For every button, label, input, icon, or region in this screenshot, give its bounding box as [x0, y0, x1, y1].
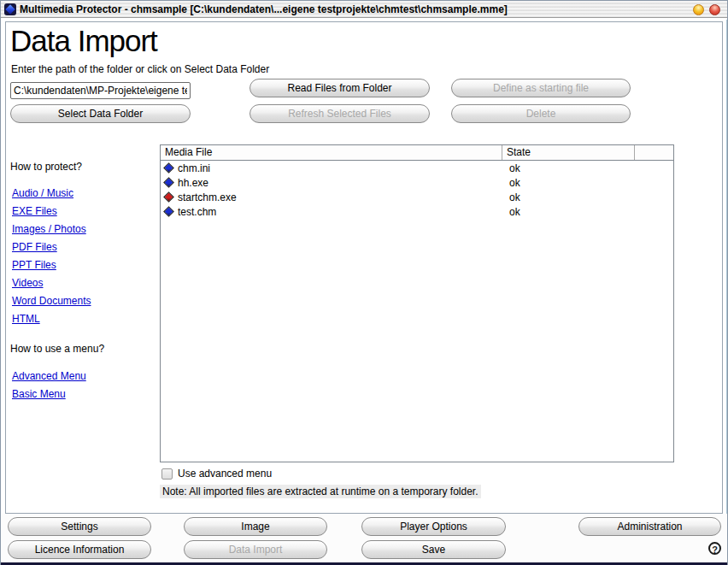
file-name: hh.exe [178, 177, 208, 189]
file-state: ok [502, 191, 635, 203]
define-as-starting-file-button[interactable]: Define as starting file [451, 79, 631, 97]
media-file-table[interactable]: Media File State chm.iniokhh.exeokstartc… [160, 144, 674, 462]
sidebar-link-ppt-files[interactable]: PPT Files [12, 259, 91, 277]
sidebar-link-word-documents[interactable]: Word Documents [12, 295, 91, 313]
sidebar-link-basic-menu[interactable]: Basic Menu [12, 388, 86, 406]
administration-button[interactable]: Administration [578, 517, 721, 536]
sidebar-link-exe-files[interactable]: EXE Files [12, 205, 91, 223]
runtime-note: Note: All imported files are extracted a… [160, 485, 481, 498]
file-name: startchm.exe [178, 191, 237, 203]
table-header: Media File State [161, 145, 673, 161]
column-header-extra[interactable] [635, 145, 673, 160]
file-state: ok [502, 206, 635, 218]
how-to-use-menu-heading: How to use a menu? [10, 343, 104, 355]
page-title: Data Import [10, 24, 157, 58]
sidebar-link-pdf-files[interactable]: PDF Files [12, 241, 91, 259]
read-files-from-folder-button[interactable]: Read Files from Folder [250, 79, 430, 97]
file-state: ok [502, 177, 635, 189]
use-advanced-menu-label: Use advanced menu [178, 468, 272, 480]
column-header-state[interactable]: State [502, 145, 635, 160]
sidebar-link-audio-music[interactable]: Audio / Music [12, 187, 91, 205]
player-options-button[interactable]: Player Options [361, 517, 506, 536]
file-name: test.chm [178, 206, 216, 218]
sidebar-link-html[interactable]: HTML [12, 313, 91, 331]
refresh-selected-files-button[interactable]: Refresh Selected Files [250, 104, 430, 123]
sidebar-link-images-photos[interactable]: Images / Photos [12, 223, 91, 241]
table-body: chm.iniokhh.exeokstartchm.exeoktest.chmo… [161, 161, 673, 219]
blue-gem-icon [163, 177, 174, 188]
select-data-folder-button[interactable]: Select Data Folder [10, 104, 191, 123]
window-right-edge [726, 20, 727, 562]
blue-gem-icon [163, 162, 174, 174]
red-gem-icon [163, 191, 174, 203]
data-import-button[interactable]: Data Import [184, 540, 327, 559]
how-to-protect-heading: How to protect? [10, 161, 82, 173]
blue-gem-icon [163, 206, 174, 217]
use-advanced-menu-row: Use advanced menu [161, 468, 272, 480]
file-name: chm.ini [178, 162, 210, 174]
main-panel: Data Import Enter the path of the folder… [5, 21, 723, 514]
column-header-media-file[interactable]: Media File [161, 145, 502, 160]
help-icon[interactable]: ? [708, 542, 721, 555]
sidebar-link-videos[interactable]: Videos [12, 277, 91, 295]
protect-links-list: Audio / MusicEXE FilesImages / PhotosPDF… [12, 187, 91, 331]
bottom-button-bar: Settings Image Player Options Administra… [1, 514, 728, 562]
table-row[interactable]: chm.iniok [161, 161, 673, 175]
folder-path-input[interactable] [10, 82, 191, 99]
settings-button[interactable]: Settings [8, 517, 151, 536]
window-title: Multimedia Protector - chmsample [C:\kun… [20, 1, 508, 18]
app-gem-icon [4, 3, 16, 15]
table-row[interactable]: test.chmok [161, 204, 673, 219]
sidebar-link-advanced-menu[interactable]: Advanced Menu [12, 370, 86, 388]
delete-button[interactable]: Delete [451, 104, 631, 123]
close-button[interactable] [709, 4, 720, 15]
table-row[interactable]: startchm.exeok [161, 190, 673, 204]
image-button[interactable]: Image [184, 517, 327, 536]
app-window: Multimedia Protector - chmsample [C:\kun… [0, 0, 728, 565]
use-advanced-menu-checkbox[interactable] [161, 468, 173, 480]
table-row[interactable]: hh.exeok [161, 175, 673, 190]
menu-links-list: Advanced MenuBasic Menu [12, 370, 86, 406]
file-state: ok [502, 162, 635, 174]
page-subtitle: Enter the path of the folder or click on… [11, 63, 269, 75]
title-bar: Multimedia Protector - chmsample [C:\kun… [1, 1, 728, 18]
save-button[interactable]: Save [361, 540, 506, 559]
licence-information-button[interactable]: Licence Information [8, 540, 151, 559]
minimize-button[interactable] [693, 4, 704, 15]
